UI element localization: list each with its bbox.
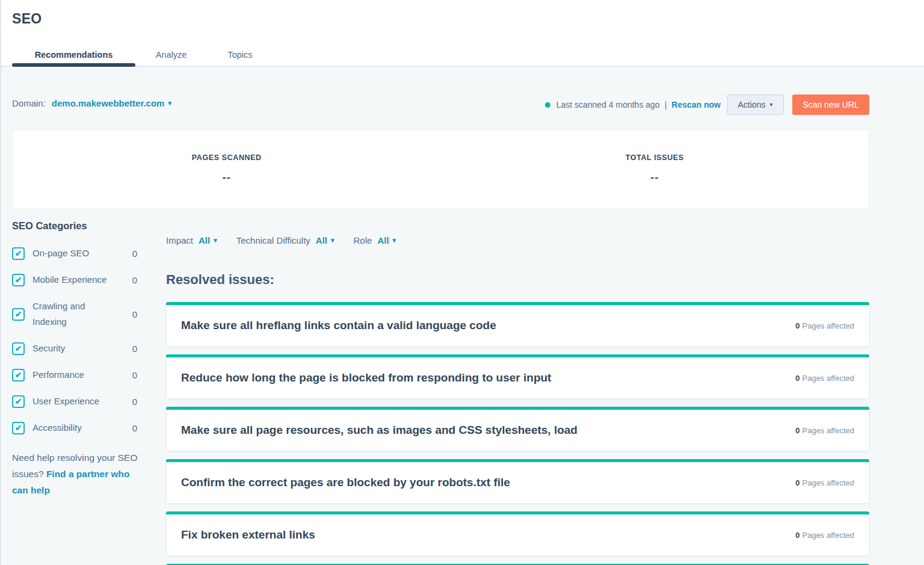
checkbox-checked-icon[interactable]: ✔ (12, 369, 25, 381)
pages-affected-label: Pages affected (802, 531, 855, 540)
pages-affected-count: 0 (795, 374, 799, 383)
pages-affected: 0Pages affected (795, 321, 854, 330)
issue-card-body: Make sure all page resources, such as im… (166, 410, 869, 451)
pages-affected-label: Pages affected (802, 374, 855, 383)
pages-affected-label: Pages affected (802, 426, 855, 435)
issue-card[interactable]: Confirm the correct pages are blocked by… (166, 459, 869, 504)
status-dot-icon (545, 102, 550, 108)
category-mobile-experience[interactable]: ✔ Mobile Experience 0 (12, 272, 137, 288)
check-icon: ✔ (15, 371, 22, 379)
category-list: ✔ On-page SEO 0 ✔ Mobile Experience 0 ✔ … (12, 245, 156, 446)
filter-value: All (377, 235, 389, 245)
issue-card[interactable]: Make sure all page resources, such as im… (166, 407, 869, 451)
tab-analyze-label: Analyze (156, 50, 187, 60)
filter-value: All (199, 235, 210, 245)
issue-card[interactable]: Make sure all hreflang links contain a v… (166, 302, 869, 347)
chevron-down-icon: ▾ (769, 102, 772, 108)
filter-label: Role (354, 235, 372, 245)
filters-row: Impact All ▾ Technical Difficulty All ▾ … (166, 235, 869, 245)
check-icon: ✔ (15, 344, 22, 353)
filter-value: All (316, 235, 327, 245)
category-on-page-seo[interactable]: ✔ On-page SEO 0 (12, 245, 137, 261)
category-count: 0 (132, 249, 137, 259)
page-header: SEO Recommendations Analyze Topics (1, 0, 924, 67)
issue-title: Make sure all hreflang links contain a v… (181, 319, 496, 332)
pages-affected-count: 0 (795, 321, 799, 330)
tab-recommendations-label: Recommendations (35, 50, 113, 60)
pages-affected-count: 0 (795, 478, 799, 487)
category-label: User Experience (32, 394, 128, 409)
category-accessibility[interactable]: ✔ Accessibility 0 (12, 420, 137, 436)
issue-title: Reduce how long the page is blocked from… (181, 371, 551, 384)
checkbox-checked-icon[interactable]: ✔ (12, 422, 25, 434)
scan-new-url-label: Scan new URL (802, 100, 858, 110)
category-count: 0 (132, 275, 137, 285)
category-count: 0 (132, 344, 137, 354)
pages-affected: 0Pages affected (795, 478, 854, 487)
domain-label: Domain: (12, 98, 46, 108)
filter-label: Technical Difficulty (236, 235, 310, 245)
issue-card-body: Fix broken external links 0Pages affecte… (166, 514, 869, 556)
chevron-down-icon: ▾ (168, 100, 171, 107)
stat-label: TOTAL ISSUES (626, 153, 684, 162)
checkbox-checked-icon[interactable]: ✔ (12, 342, 25, 355)
issue-title: Make sure all page resources, such as im… (181, 424, 578, 437)
check-icon: ✔ (15, 424, 22, 432)
category-count: 0 (132, 397, 137, 407)
category-security[interactable]: ✔ Security 0 (12, 341, 137, 356)
separator: | (665, 100, 667, 110)
pages-affected-count: 0 (795, 531, 799, 540)
tab-bar: Recommendations Analyze Topics (1, 42, 924, 67)
filter-value-dropdown[interactable]: All ▾ (199, 235, 217, 245)
last-scanned-text: Last scanned 4 months ago (556, 100, 660, 110)
pages-affected-label: Pages affected (802, 478, 855, 487)
domain-selector[interactable]: demo.makewebbetter.com ▾ (52, 98, 171, 108)
issue-card-body: Make sure all hreflang links contain a v… (166, 305, 869, 347)
checkbox-checked-icon[interactable]: ✔ (12, 274, 25, 286)
actions-button[interactable]: Actions ▾ (727, 94, 784, 115)
pages-affected-count: 0 (795, 426, 799, 435)
checkbox-checked-icon[interactable]: ✔ (12, 308, 25, 321)
filter-value-dropdown[interactable]: All ▾ (377, 235, 396, 245)
issue-card[interactable]: Fix broken external links 0Pages affecte… (166, 511, 869, 556)
category-label: Accessibility (32, 420, 128, 436)
checkbox-checked-icon[interactable]: ✔ (12, 395, 25, 408)
rescan-now-link[interactable]: Rescan now (671, 100, 721, 110)
checkbox-checked-icon[interactable]: ✔ (12, 247, 25, 260)
category-performance[interactable]: ✔ Performance 0 (12, 367, 137, 383)
pages-affected: 0Pages affected (795, 426, 854, 435)
check-icon: ✔ (15, 276, 22, 284)
filter-impact[interactable]: Impact All ▾ (166, 235, 217, 245)
issue-title: Confirm the correct pages are blocked by… (181, 476, 510, 489)
category-crawling-indexing[interactable]: ✔ Crawling and Indexing 0 (12, 298, 137, 330)
issue-card-body: Reduce how long the page is blocked from… (166, 357, 869, 399)
scan-new-url-button[interactable]: Scan new URL (792, 94, 869, 115)
filter-value-dropdown[interactable]: All ▾ (316, 235, 334, 245)
category-label: Mobile Experience (32, 272, 128, 288)
tab-analyze[interactable]: Analyze (135, 42, 207, 67)
tab-topics[interactable]: Topics (207, 42, 273, 67)
category-count: 0 (132, 423, 137, 433)
recommendations-main: Impact All ▾ Technical Difficulty All ▾ … (166, 235, 869, 565)
stat-value: -- (222, 171, 231, 184)
issue-card[interactable]: Reduce how long the page is blocked from… (166, 354, 869, 399)
category-label: On-page SEO (32, 245, 128, 261)
category-count: 0 (132, 309, 137, 320)
filter-label: Impact (166, 235, 193, 245)
stat-value: -- (650, 171, 659, 184)
check-icon: ✔ (15, 397, 22, 406)
category-user-experience[interactable]: ✔ User Experience 0 (12, 394, 137, 409)
category-label: Security (32, 341, 128, 356)
category-label: Performance (32, 367, 128, 383)
chevron-down-icon: ▾ (214, 237, 217, 244)
filter-role[interactable]: Role All ▾ (354, 235, 396, 245)
page-title: SEO (12, 11, 42, 27)
check-icon: ✔ (15, 249, 22, 258)
content-area: Domain: demo.makewebbetter.com ▾ Last sc… (1, 67, 924, 565)
filter-technical-difficulty[interactable]: Technical Difficulty All ▾ (236, 235, 334, 245)
seo-page: SEO Recommendations Analyze Topics Domai… (0, 0, 924, 565)
pages-affected: 0Pages affected (795, 531, 854, 540)
category-label: Crawling and Indexing (32, 298, 111, 330)
issue-title: Fix broken external links (181, 528, 315, 542)
chevron-down-icon: ▾ (331, 237, 334, 244)
